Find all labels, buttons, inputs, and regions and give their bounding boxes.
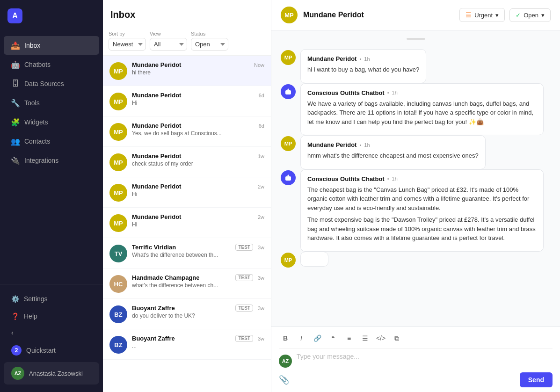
message-input[interactable] <box>297 353 553 370</box>
conversation-name: Mundane Peridot <box>132 122 181 129</box>
open-chevron-icon: ▾ <box>541 12 545 19</box>
conversation-preview: what's the difference between ch... <box>132 282 264 289</box>
sidebar-collapse[interactable]: ‹ <box>4 325 99 340</box>
svg-point-6 <box>286 178 288 179</box>
sidebar-bottom-item-settings[interactable]: ⚙️ Settings <box>4 290 99 307</box>
sort-by-group: Sort by Newest <box>109 31 146 51</box>
sort-by-select[interactable]: Newest <box>109 38 146 51</box>
message-sender: Conscious Outfits Chatbot <box>307 89 385 96</box>
inbox-list-item[interactable]: HC Handmade Champagne TEST 3w what's the… <box>103 269 271 299</box>
sidebar-nav: 📥 Inbox 🤖 Chatbots 🗄 Data Sources 🔧 Tool… <box>0 32 103 284</box>
conversation-content: Mundane Peridot 2w Hi <box>132 183 264 197</box>
inbox-list-item[interactable]: MP Mundane Peridot 2w Hi <box>103 208 271 238</box>
link-button[interactable]: 🔗 <box>311 332 324 345</box>
sidebar-item-data-sources[interactable]: 🗄 Data Sources <box>4 74 99 93</box>
view-label: View <box>150 31 187 36</box>
svg-point-7 <box>289 178 290 179</box>
italic-button[interactable]: I <box>295 332 308 345</box>
conversation-name: Handmade Champagne <box>132 274 199 281</box>
sidebar: A 📥 Inbox 🤖 Chatbots 🗄 Data Sources 🔧 To… <box>0 0 103 392</box>
sidebar-bottom-label: Settings <box>24 295 48 303</box>
send-button[interactable]: Send <box>520 372 553 387</box>
inbox-header: Inbox <box>103 0 271 26</box>
message-avatar: MP <box>281 50 296 65</box>
message-text: The cheapest bag is the "Canvas Lunch Ba… <box>307 185 537 243</box>
inbox-list-item[interactable]: MP Mundane Peridot 2w Hi <box>103 177 271 208</box>
conversation-preview: check status of my order <box>132 160 264 167</box>
urgent-icon: ☰ <box>465 11 472 19</box>
sidebar-bottom-item-help[interactable]: ❓ Help <box>4 308 99 325</box>
conversation-name: Mundane Peridot <box>132 92 181 99</box>
open-label: Open <box>524 12 538 19</box>
chat-header: MP Mundane Peridot ☰ Urgent ▾ ✓ Open ▾ <box>271 0 560 30</box>
conversation-preview: Hi <box>132 221 264 228</box>
sidebar-item-contacts[interactable]: 👥 Contacts <box>4 132 99 151</box>
message-sender: Conscious Outfits Chatbot <box>307 175 385 182</box>
ordered-list-button[interactable]: ≡ <box>342 332 356 345</box>
conversation-name: Buoyant Zaffre <box>132 335 175 342</box>
app-logo: A <box>7 8 22 23</box>
message-time: 1h <box>364 142 370 148</box>
code-button[interactable]: </> <box>374 332 387 345</box>
conversation-avatar: MP <box>109 214 127 232</box>
settings-icon: ⚙️ <box>11 295 19 303</box>
status-select[interactable]: Open <box>191 38 228 51</box>
test-badge: TEST <box>235 335 253 342</box>
conversation-time: 3w <box>258 275 264 281</box>
message-avatar <box>281 84 296 99</box>
conversation-preview: Hi <box>132 191 264 197</box>
attach-button[interactable]: 📎 <box>279 375 289 385</box>
conversation-time: Now <box>254 62 264 68</box>
inbox-list-item[interactable]: MP Mundane Peridot 6d Yes, we do sell ba… <box>103 116 271 147</box>
quickstart-item[interactable]: 2 Quickstart <box>4 341 99 360</box>
inbox-list-item[interactable]: BZ Buoyant Zaffre TEST 3w do you deliver… <box>103 299 271 329</box>
conversation-avatar: MP <box>109 184 127 202</box>
conversation-avatar: MP <box>109 123 127 141</box>
message-time: 1h <box>392 176 398 181</box>
bullet-separator: • <box>387 90 389 95</box>
message-bubble: Conscious Outfits Chatbot • 1h We have a… <box>300 83 544 136</box>
message-bubble: Mundane Peridot • 1h hi i want to buy a … <box>300 49 426 83</box>
sender-avatar: AZ <box>279 355 292 368</box>
message-avatar: MP <box>281 136 296 151</box>
conversation-content: Mundane Peridot 6d Hi <box>132 92 264 106</box>
bold-button[interactable]: B <box>279 332 292 345</box>
svg-point-2 <box>289 92 290 93</box>
conversation-avatar: BZ <box>109 305 127 323</box>
sidebar-item-chatbots[interactable]: 🤖 Chatbots <box>4 55 99 74</box>
chat-header-actions: ☰ Urgent ▾ ✓ Open ▾ <box>459 8 551 22</box>
blockquote-button[interactable]: ❝ <box>327 332 340 345</box>
conversation-time: 6d <box>259 93 264 98</box>
inbox-list-item[interactable]: MP Mundane Peridot 6d Hi <box>103 86 271 116</box>
inbox-panel: Inbox Sort by Newest View All Status Ope… <box>103 0 271 392</box>
conversation-time: 1w <box>258 153 264 159</box>
sidebar-item-integrations[interactable]: 🔌 Integrations <box>4 151 99 170</box>
urgent-chevron-icon: ▾ <box>495 12 499 19</box>
sidebar-item-label: Chatbots <box>24 61 51 68</box>
sidebar-bottom: ⚙️ Settings ❓ Help ‹ 2 Quickstart AZ Ana… <box>0 284 103 392</box>
inbox-list-item[interactable]: MP Mundane Peridot Now hi there <box>103 56 271 86</box>
scroll-indicator <box>407 38 425 40</box>
sidebar-item-tools[interactable]: 🔧 Tools <box>4 94 99 112</box>
unordered-list-button[interactable]: ☰ <box>358 332 371 345</box>
open-status-icon: ✓ <box>516 12 521 19</box>
quickstart-label: Quickstart <box>26 347 56 354</box>
sidebar-item-inbox[interactable]: 📥 Inbox <box>4 36 99 55</box>
conversation-content: Buoyant Zaffre TEST 3w ... <box>132 335 264 349</box>
inbox-title: Inbox <box>110 9 135 20</box>
user-profile[interactable]: AZ Anastasia Zasowski <box>4 362 99 385</box>
sidebar-item-widgets[interactable]: 🧩 Widgets <box>4 113 99 131</box>
bullet-separator: • <box>359 142 361 148</box>
view-select[interactable]: All <box>150 38 187 51</box>
inbox-list-item[interactable]: MP Mundane Peridot 1w check status of my… <box>103 147 271 177</box>
conversation-time: 3w <box>258 245 264 250</box>
chat-input-area: B I 🔗 ❝ ≡ ☰ </> ⧉ AZ 📎 Send <box>271 327 560 392</box>
open-button[interactable]: ✓ Open ▾ <box>509 8 551 22</box>
inbox-list-item[interactable]: TV Terrific Viridian TEST 3w What's the … <box>103 238 271 269</box>
inbox-list-item[interactable]: BZ Buoyant Zaffre TEST 3w ... <box>103 329 271 360</box>
urgent-button[interactable]: ☰ Urgent ▾ <box>459 8 505 22</box>
help-icon: ❓ <box>11 312 19 320</box>
more-button[interactable]: ⧉ <box>390 332 403 345</box>
chatbots-icon: 🤖 <box>11 60 20 69</box>
test-badge: TEST <box>235 274 253 281</box>
